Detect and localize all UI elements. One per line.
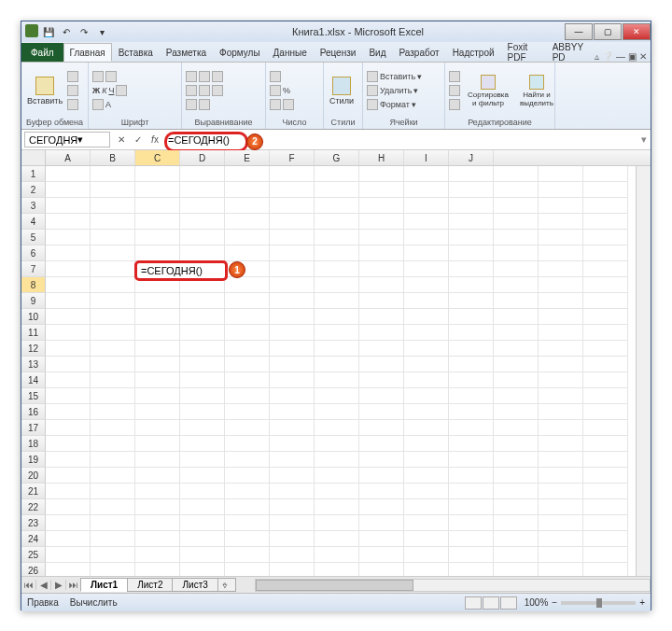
cell[interactable]	[583, 166, 628, 182]
cell[interactable]	[91, 261, 135, 277]
sheet-tab-3[interactable]: Лист3	[172, 578, 217, 592]
tab-developer[interactable]: Разработ	[392, 43, 445, 62]
cell[interactable]	[494, 182, 539, 198]
cell[interactable]	[449, 166, 494, 182]
cell[interactable]	[46, 198, 91, 214]
cell[interactable]	[404, 182, 449, 198]
cell[interactable]	[315, 198, 359, 214]
cell[interactable]	[449, 277, 494, 293]
cell[interactable]	[539, 420, 583, 436]
cell[interactable]	[539, 341, 583, 357]
cell[interactable]	[404, 372, 449, 388]
cell[interactable]	[359, 341, 404, 357]
cell[interactable]	[583, 261, 628, 277]
tab-home[interactable]: Главная	[63, 43, 112, 62]
cell[interactable]	[494, 531, 539, 547]
cell[interactable]	[583, 341, 628, 357]
close-button[interactable]: ✕	[623, 23, 651, 40]
cell[interactable]	[225, 547, 270, 563]
cell[interactable]	[315, 372, 359, 388]
cell[interactable]	[539, 452, 583, 468]
zoom-out-button[interactable]: −	[552, 597, 557, 608]
cell[interactable]	[583, 563, 628, 576]
cell[interactable]	[404, 214, 449, 230]
cell[interactable]	[225, 563, 270, 576]
cell[interactable]	[135, 420, 180, 436]
cell[interactable]	[449, 325, 494, 341]
cell[interactable]	[449, 245, 494, 261]
zoom-thumb[interactable]	[596, 598, 602, 608]
row-header-3[interactable]: 3	[21, 198, 46, 214]
view-normal-button[interactable]	[465, 596, 482, 610]
enter-formula-button[interactable]: ✓	[131, 133, 146, 147]
cell[interactable]	[583, 436, 628, 452]
cell[interactable]	[404, 277, 449, 293]
cell[interactable]	[404, 166, 449, 182]
cell[interactable]	[315, 214, 359, 230]
cut-button[interactable]	[67, 70, 78, 83]
cell[interactable]	[135, 325, 180, 341]
merge-button[interactable]	[199, 99, 210, 110]
cell[interactable]	[539, 484, 583, 499]
row-header-10[interactable]: 10	[21, 309, 46, 325]
cell[interactable]	[315, 341, 359, 357]
cell[interactable]	[539, 515, 583, 531]
cell[interactable]	[583, 325, 628, 341]
cell[interactable]	[404, 341, 449, 357]
fx-button[interactable]: fx	[147, 133, 162, 147]
cell[interactable]	[180, 499, 225, 515]
cell[interactable]	[315, 484, 359, 499]
ribbon-minimize-icon[interactable]: ▵	[595, 51, 599, 62]
cell[interactable]	[91, 531, 135, 547]
cell[interactable]	[494, 230, 539, 245]
namebox-dropdown-icon[interactable]: ▾	[77, 133, 105, 146]
copy-button[interactable]	[67, 84, 78, 97]
cell[interactable]	[91, 484, 135, 499]
cell[interactable]	[180, 531, 225, 547]
currency-button[interactable]	[270, 85, 281, 96]
cell[interactable]	[135, 182, 180, 198]
cell[interactable]	[539, 372, 583, 388]
align-top-button[interactable]	[186, 71, 197, 82]
cell[interactable]	[225, 388, 270, 404]
horizontal-scrollbar[interactable]	[255, 579, 651, 592]
row-header-11[interactable]: 11	[21, 325, 46, 341]
cell[interactable]	[46, 547, 91, 563]
cell[interactable]	[46, 214, 91, 230]
cell[interactable]	[180, 293, 225, 309]
cell[interactable]	[404, 261, 449, 277]
cell[interactable]	[449, 293, 494, 309]
cell[interactable]	[225, 468, 270, 484]
cell[interactable]	[135, 341, 180, 357]
cell[interactable]	[315, 277, 359, 293]
cell[interactable]	[225, 372, 270, 388]
font-name-dropdown[interactable]	[92, 71, 104, 82]
cell[interactable]	[180, 484, 225, 499]
cell[interactable]	[404, 499, 449, 515]
row-header-1[interactable]: 1	[21, 166, 46, 182]
help-icon[interactable]: ❔	[602, 51, 613, 62]
cell[interactable]	[315, 325, 359, 341]
tab-layout[interactable]: Разметка	[160, 43, 213, 62]
cell[interactable]	[315, 452, 359, 468]
align-middle-button[interactable]	[199, 71, 210, 82]
cell[interactable]	[91, 277, 135, 293]
cell[interactable]	[494, 277, 539, 293]
cell[interactable]	[315, 547, 359, 563]
row-header-13[interactable]: 13	[21, 357, 46, 372]
cell[interactable]	[270, 277, 315, 293]
cell[interactable]	[583, 245, 628, 261]
cell[interactable]	[135, 166, 180, 182]
cell[interactable]	[359, 309, 404, 325]
cell[interactable]	[404, 388, 449, 404]
cell[interactable]	[225, 515, 270, 531]
cell[interactable]	[359, 166, 404, 182]
cell[interactable]	[315, 245, 359, 261]
cell[interactable]	[180, 341, 225, 357]
cell[interactable]	[135, 309, 180, 325]
sheet-tab-2[interactable]: Лист2	[127, 578, 173, 592]
col-header-I[interactable]: I	[404, 150, 449, 165]
cell[interactable]	[225, 357, 270, 372]
cell[interactable]	[46, 341, 91, 357]
cell[interactable]	[225, 166, 270, 182]
